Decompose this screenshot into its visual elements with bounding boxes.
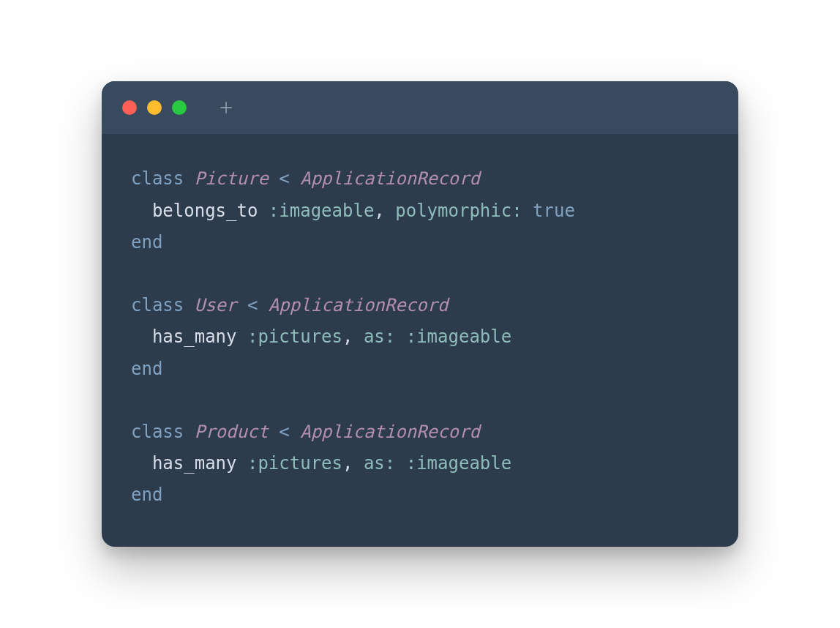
close-button[interactable] — [122, 100, 137, 115]
code-line-11: end — [131, 485, 162, 505]
code-line-7: end — [131, 359, 162, 379]
zoom-button[interactable] — [172, 100, 187, 115]
code-line-5: class User < ApplicationRecord — [131, 295, 449, 315]
minimize-button[interactable] — [147, 100, 162, 115]
code-content[interactable]: class Picture < ApplicationRecord belong… — [102, 134, 738, 546]
code-line-3: end — [131, 232, 162, 253]
code-line-2: belongs_to :imageable, polymorphic: true — [131, 201, 575, 221]
code-line-10: has_many :pictures, as: :imageable — [131, 453, 511, 474]
code-editor-window: class Picture < ApplicationRecord belong… — [102, 81, 738, 546]
code-line-6: has_many :pictures, as: :imageable — [131, 326, 511, 347]
code-line-9: class Product < ApplicationRecord — [131, 422, 480, 442]
code-line-1: class Picture < ApplicationRecord — [131, 168, 480, 189]
titlebar — [102, 81, 738, 134]
new-tab-button[interactable] — [217, 99, 235, 116]
plus-icon — [218, 100, 234, 116]
